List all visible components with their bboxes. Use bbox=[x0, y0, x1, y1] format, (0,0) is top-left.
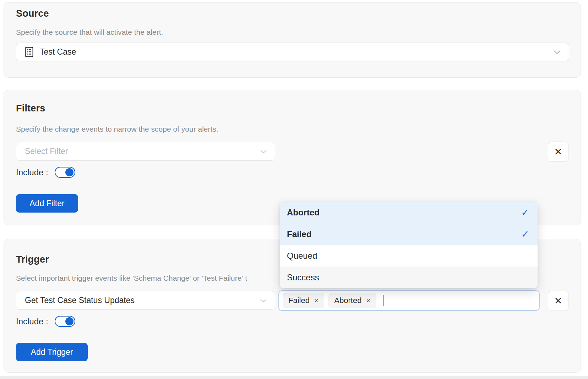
filter-select-placeholder: Select Filter bbox=[25, 147, 68, 156]
chip-remove-icon[interactable]: ✕ bbox=[366, 297, 370, 304]
toggle-knob bbox=[65, 168, 74, 176]
chip-remove-icon[interactable]: ✕ bbox=[314, 297, 318, 304]
remove-trigger-button[interactable]: ✕ bbox=[548, 291, 568, 311]
source-title: Source bbox=[16, 8, 49, 19]
source-description: Specify the source that will activate th… bbox=[16, 28, 163, 37]
option-label: Aborted bbox=[287, 208, 320, 218]
text-cursor bbox=[383, 295, 383, 306]
chevron-down-icon bbox=[553, 49, 561, 56]
page-bottom-edge bbox=[0, 376, 588, 379]
dropdown-option-aborted[interactable]: Aborted ✓ bbox=[280, 202, 538, 223]
filters-title: Filters bbox=[16, 103, 45, 114]
selected-event-chip: Aborted ✕ bbox=[328, 293, 376, 308]
check-icon: ✓ bbox=[521, 207, 529, 218]
option-label: Failed bbox=[287, 229, 311, 239]
option-label: Success bbox=[287, 273, 319, 282]
source-select-value: Test Case bbox=[40, 47, 76, 57]
trigger-include-row: Include : bbox=[16, 316, 75, 327]
trigger-select-value: Get Test Case Status Updates bbox=[25, 296, 135, 305]
alert-configuration-page: Source Specify the source that will acti… bbox=[0, 0, 588, 379]
source-select[interactable]: Test Case bbox=[16, 43, 569, 61]
remove-filter-button[interactable]: ✕ bbox=[548, 142, 568, 162]
dropdown-option-queued[interactable]: Queued bbox=[280, 245, 538, 267]
filter-select[interactable]: Select Filter bbox=[16, 142, 275, 161]
trigger-description: Select important trigger events like 'Sc… bbox=[16, 274, 247, 282]
test-document-icon bbox=[25, 47, 33, 57]
source-section-card: Source Specify the source that will acti… bbox=[4, 2, 581, 78]
trigger-title: Trigger bbox=[16, 254, 49, 265]
chevron-down-icon bbox=[260, 149, 267, 155]
dropdown-option-failed[interactable]: Failed ✓ bbox=[280, 223, 538, 245]
chip-label: Aborted bbox=[334, 296, 361, 305]
check-icon: ✓ bbox=[521, 229, 529, 240]
trigger-include-toggle[interactable] bbox=[55, 316, 75, 327]
filter-include-toggle[interactable] bbox=[55, 167, 75, 178]
add-filter-button[interactable]: Add Filter bbox=[16, 194, 78, 213]
add-trigger-button[interactable]: Add Trigger bbox=[16, 343, 88, 361]
include-label: Include : bbox=[16, 167, 48, 177]
trigger-events-multiselect-input[interactable]: Failed ✕ Aborted ✕ bbox=[278, 290, 540, 311]
chip-label: Failed bbox=[288, 296, 310, 305]
selected-event-chip: Failed ✕ bbox=[283, 293, 324, 308]
dropdown-option-success[interactable]: Success bbox=[280, 267, 538, 288]
trigger-events-dropdown: Aborted ✓ Failed ✓ Queued Success bbox=[280, 202, 538, 288]
trigger-select[interactable]: Get Test Case Status Updates bbox=[16, 291, 275, 310]
filter-include-row: Include : bbox=[16, 167, 75, 178]
filters-description: Specify the change events to narrow the … bbox=[16, 125, 218, 133]
chevron-down-icon bbox=[260, 298, 267, 304]
option-label: Queued bbox=[287, 251, 317, 261]
include-label: Include : bbox=[16, 317, 48, 326]
toggle-knob bbox=[65, 317, 74, 325]
